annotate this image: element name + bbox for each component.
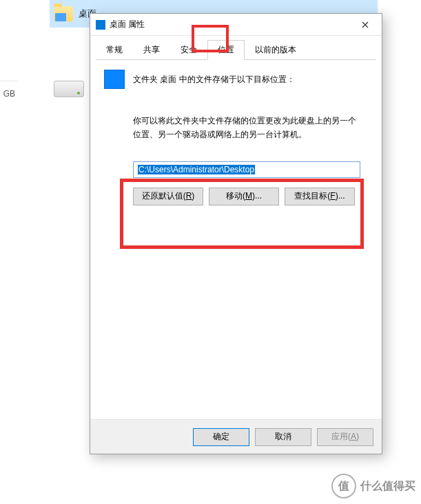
dialog-content: 文件夹 桌面 中的文件存储于以下目标位置： 你可以将此文件夹中文件存储的位置更改… [90,60,382,419]
ok-button[interactable]: 确定 [193,428,249,446]
move-button[interactable]: 移动(M)... [209,188,279,205]
location-icon [104,70,125,89]
cancel-button[interactable]: 取消 [255,428,311,446]
window-icon [96,20,105,30]
properties-dialog: 桌面 属性 常规 共享 安全 位置 以前的版本 文件夹 桌面 中的文件存储于以下… [90,13,382,454]
info-text: 文件夹 桌面 中的文件存储于以下目标位置： [133,74,295,85]
watermark: 值 什么值得买 [331,474,415,498]
sidebar-fragment-text: GB [0,81,18,105]
path-input[interactable]: C:\Users\Administrator\Desktop [133,161,360,178]
path-input-value: C:\Users\Administrator\Desktop [138,165,255,174]
tab-share[interactable]: 共享 [133,40,170,59]
close-button[interactable] [350,14,380,35]
close-icon [362,21,369,28]
titlebar: 桌面 属性 [90,14,382,36]
tab-security[interactable]: 安全 [170,40,207,59]
folder-icon [54,6,73,21]
info-row: 文件夹 桌面 中的文件存储于以下目标位置： [103,70,369,89]
tab-area: 常规 共享 安全 位置 以前的版本 [90,36,382,60]
watermark-text: 什么值得买 [360,479,415,494]
location-buttons-row: 还原默认值(R) 移动(M)... 查找目标(F)... [133,188,369,205]
find-target-button[interactable]: 查找目标(F)... [285,188,355,205]
tab-previous-versions[interactable]: 以前的版本 [245,40,307,59]
apply-button[interactable]: 应用(A) [317,428,373,446]
window-title: 桌面 属性 [110,19,350,30]
tab-location[interactable]: 位置 [207,40,245,60]
description-text: 你可以将此文件夹中文件存储的位置更改为此硬盘上的另一个位置、另一个驱动器或网络上… [103,114,369,142]
dialog-footer: 确定 取消 应用(A) [90,419,382,454]
tab-general[interactable]: 常规 [96,40,133,59]
watermark-badge-icon: 值 [331,474,356,498]
drive-icon [54,81,84,97]
restore-default-button[interactable]: 还原默认值(R) [133,188,203,205]
tab-strip: 常规 共享 安全 位置 以前的版本 [96,40,376,60]
